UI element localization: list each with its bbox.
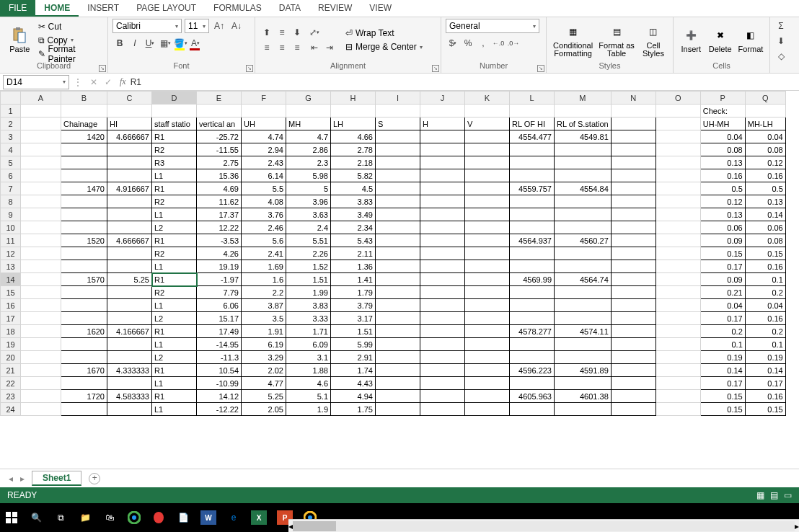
cell[interactable] <box>510 169 555 182</box>
cell[interactable]: 3.63 <box>286 208 331 221</box>
cell[interactable] <box>611 338 655 351</box>
tab-review[interactable]: REVIEW <box>309 0 361 17</box>
cell[interactable]: 4.666667 <box>107 234 152 247</box>
cell[interactable]: 2.46 <box>242 221 286 234</box>
cell[interactable]: 0.19 <box>700 351 745 364</box>
column-header[interactable]: P <box>700 92 745 105</box>
cell[interactable] <box>107 156 152 169</box>
cell[interactable]: 0.2 <box>700 325 745 338</box>
cell[interactable]: 1.79 <box>331 286 376 299</box>
column-header[interactable]: H <box>331 92 376 105</box>
cell[interactable] <box>655 390 700 403</box>
cell[interactable]: 0.04 <box>700 130 745 143</box>
cell[interactable] <box>21 338 61 351</box>
cell[interactable] <box>21 377 61 390</box>
cell[interactable] <box>331 105 376 118</box>
cell[interactable] <box>376 299 420 312</box>
cell[interactable] <box>555 156 612 169</box>
cell[interactable]: UH-MH <box>700 118 745 130</box>
cell[interactable] <box>465 403 510 416</box>
cell[interactable]: 6.14 <box>242 169 286 182</box>
cell[interactable]: L1 <box>152 208 197 221</box>
cell[interactable]: 2.18 <box>331 156 376 169</box>
cell[interactable] <box>510 156 555 169</box>
cell[interactable]: -25.72 <box>197 130 242 143</box>
cell[interactable] <box>61 221 107 234</box>
cell[interactable] <box>611 273 655 286</box>
cell[interactable] <box>21 156 61 169</box>
cell[interactable]: 4.26 <box>197 247 242 260</box>
cell[interactable]: R3 <box>152 156 197 169</box>
cell[interactable] <box>655 208 700 221</box>
cell[interactable] <box>655 234 700 247</box>
cell[interactable]: 0.15 <box>745 247 785 260</box>
tab-file[interactable]: FILE <box>0 0 35 17</box>
border-button[interactable]: ▦▾ <box>158 36 172 50</box>
cell[interactable] <box>376 351 420 364</box>
cell[interactable]: 0.08 <box>745 234 785 247</box>
cell[interactable] <box>465 286 510 299</box>
cell[interactable]: 3.33 <box>286 312 331 325</box>
cell[interactable]: 4.69 <box>197 182 242 195</box>
cell[interactable] <box>611 169 655 182</box>
align-left-button[interactable]: ≡ <box>260 40 274 55</box>
cell[interactable]: 1520 <box>61 234 107 247</box>
cell[interactable]: -14.95 <box>197 338 242 351</box>
cell[interactable] <box>242 105 286 118</box>
cell[interactable]: 0.15 <box>700 390 745 403</box>
cell[interactable] <box>21 312 61 325</box>
cell[interactable] <box>465 299 510 312</box>
cell[interactable] <box>420 338 465 351</box>
cell[interactable]: 1.99 <box>286 286 331 299</box>
cell[interactable]: 11.62 <box>197 195 242 208</box>
cell[interactable]: 0.1 <box>700 338 745 351</box>
cell[interactable]: 4.43 <box>331 377 376 390</box>
cell[interactable]: 4.6 <box>286 377 331 390</box>
cell[interactable] <box>465 156 510 169</box>
cell[interactable]: 4564.937 <box>510 234 555 247</box>
cell[interactable]: 6.09 <box>286 338 331 351</box>
cell[interactable]: L1 <box>152 377 197 390</box>
cell[interactable]: R1 <box>152 325 197 338</box>
cell[interactable]: 3.87 <box>242 299 286 312</box>
format-cells-button[interactable]: ◧Format <box>736 20 765 61</box>
cell[interactable]: 15.36 <box>197 169 242 182</box>
cell[interactable] <box>376 377 420 390</box>
row-header[interactable]: 13 <box>1 260 21 273</box>
cell[interactable]: 0.2 <box>745 286 785 299</box>
cell[interactable] <box>376 105 420 118</box>
cell[interactable] <box>611 130 655 143</box>
cell-styles-button[interactable]: ◫Cell Styles <box>638 20 668 61</box>
cell[interactable]: 0.14 <box>700 364 745 377</box>
cell[interactable]: R1 <box>152 130 197 143</box>
word-icon[interactable]: W <box>200 510 216 525</box>
cell[interactable]: 0.5 <box>745 182 785 195</box>
row-header[interactable]: 6 <box>1 169 21 182</box>
cell[interactable]: 1.36 <box>331 260 376 273</box>
cell[interactable]: 2.75 <box>197 156 242 169</box>
cell[interactable] <box>420 364 465 377</box>
row-header[interactable]: 8 <box>1 195 21 208</box>
cell[interactable] <box>376 364 420 377</box>
cell[interactable] <box>420 351 465 364</box>
cell[interactable]: 3.17 <box>331 312 376 325</box>
cell[interactable]: L1 <box>152 299 197 312</box>
cell[interactable] <box>420 286 465 299</box>
cell[interactable] <box>420 299 465 312</box>
cell[interactable]: 0.16 <box>745 390 785 403</box>
cell[interactable]: 0.13 <box>700 208 745 221</box>
cell[interactable]: 1470 <box>61 182 107 195</box>
cell[interactable]: 4.77 <box>242 377 286 390</box>
cell[interactable] <box>555 351 612 364</box>
cell[interactable] <box>655 118 700 130</box>
cell[interactable] <box>611 325 655 338</box>
row-header[interactable]: 14 <box>1 273 21 286</box>
task-view-button[interactable]: ⧉ <box>53 510 68 525</box>
dialog-launcher-icon[interactable]: ↘ <box>537 65 544 72</box>
cell[interactable]: L2 <box>152 351 197 364</box>
cell[interactable]: 0.17 <box>700 312 745 325</box>
cell[interactable]: 2.11 <box>331 247 376 260</box>
column-header[interactable]: E <box>197 92 242 105</box>
cell[interactable] <box>555 286 612 299</box>
cell[interactable] <box>745 105 785 118</box>
